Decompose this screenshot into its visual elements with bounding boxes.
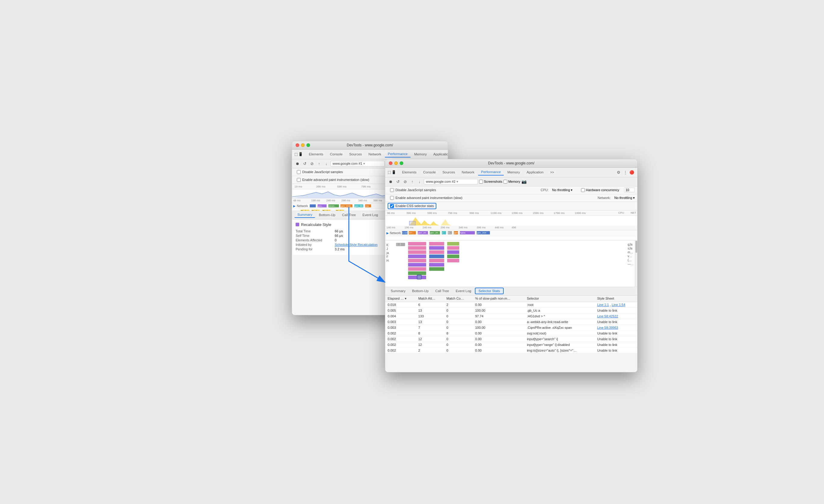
gear-icon-2[interactable]: ⚙ [616, 169, 622, 175]
tab-application-2[interactable]: Application [524, 169, 546, 175]
tab-selectorstats[interactable]: Selector Stats [475, 288, 504, 294]
table-row[interactable]: 0.003 13 0 0.00 a:-webkit-any-link:read-… [385, 319, 637, 325]
maximize-button-2[interactable] [400, 161, 403, 165]
hw-check-2[interactable]: Hardware concurrency [581, 188, 619, 192]
tab-sources-2[interactable]: Sources [439, 169, 458, 175]
tab-elements-2[interactable]: Elements [399, 169, 419, 175]
td-sheet-6: Unable to link [595, 330, 637, 336]
scroll-thumb[interactable] [635, 241, 637, 253]
th-match-att[interactable]: Match Att… [416, 295, 444, 302]
tab-summary-1[interactable]: Summary [294, 212, 315, 218]
td-matchatt-3: 133 [416, 313, 444, 319]
tab-calltree-1[interactable]: Call Tree [339, 212, 359, 218]
clear-btn-2[interactable]: ⊘ [402, 178, 408, 184]
timeline-2[interactable]: 96 ms 396 ms 596 ms 796 ms 996 ms 1196 m… [385, 210, 637, 240]
tab-summary-2[interactable]: Summary [388, 288, 408, 294]
svg-rect-16 [429, 255, 444, 258]
tab-console-1[interactable]: Console [327, 151, 345, 157]
maximize-button-1[interactable] [306, 143, 310, 147]
hw-checkbox-2[interactable] [581, 188, 585, 192]
sheet-link-1a[interactable]: Line 1:1 [597, 303, 609, 306]
more-icon-2[interactable]: ⋮ [622, 169, 628, 175]
url-bar-2[interactable]: www.google.com #2 ▾ [424, 179, 478, 184]
tab-eventlog-2[interactable]: Event Log [452, 288, 474, 294]
sheet-link-1b[interactable]: Line 1:54 [612, 303, 625, 306]
device-icon-2[interactable]: 📱 [392, 170, 396, 174]
initiated-link[interactable]: Schedule Style Recalculation [335, 243, 378, 246]
table-row[interactable]: 0.003 7 0 100.00 .CqmPRe:active .oXqZxc … [385, 325, 637, 330]
tab-calltree-2[interactable]: Call Tree [432, 288, 452, 294]
download-btn-2[interactable]: ↓ [416, 178, 422, 184]
device-icon[interactable]: 📱 [298, 152, 303, 156]
upload-btn-1[interactable]: ↑ [316, 160, 322, 166]
th-elapsed[interactable]: Elapsed … ▾ [385, 295, 416, 302]
record-btn-1[interactable]: ⏺ [294, 160, 300, 166]
tab-performance-1[interactable]: Performance [385, 151, 411, 157]
tab-network-2[interactable]: Network [458, 169, 477, 175]
inspect-icon-2[interactable]: ⬚ [388, 170, 391, 174]
tab-eventlog-1[interactable]: Event Log [359, 212, 381, 218]
tab-memory-1[interactable]: Memory [411, 151, 430, 157]
minimize-button-2[interactable] [394, 161, 398, 165]
cpu-chart-svg-2 [385, 216, 620, 225]
tab-bottomup-2[interactable]: Bottom-Up [409, 288, 431, 294]
table-row[interactable]: 0.018 6 2 0.00 :root Line 1:1 , Line 1:5… [385, 302, 637, 307]
minimize-button-1[interactable] [301, 143, 305, 147]
arrow-right-icon: ▶ [293, 204, 296, 208]
table-row[interactable]: 0.002 2 0 0.00 img:is([sizes="auto" i], … [385, 348, 637, 353]
tab-network-1[interactable]: Network [366, 151, 384, 157]
memory-check-2[interactable]: Memory [503, 180, 520, 183]
table-container[interactable]: Elapsed … ▾ Match Att… Match Co… % of sl… [385, 295, 637, 353]
table-row[interactable]: 0.002 8 8 0.00 svg:not(:root) Unable to … [385, 330, 637, 336]
inspect-icon[interactable]: ⬚ [294, 152, 298, 156]
reload-btn-2[interactable]: ↺ [395, 178, 401, 184]
close-button-1[interactable] [296, 143, 299, 147]
tab-memory-2[interactable]: Memory [504, 169, 523, 175]
url-bar-1[interactable]: www.google.com #1 ▾ [330, 161, 385, 166]
disable-js-checkbox-2[interactable] [390, 188, 394, 192]
th-match-co[interactable]: Match Co… [444, 295, 473, 302]
enable-css-checkbox[interactable] [390, 204, 394, 208]
tab-sources-1[interactable]: Sources [346, 151, 365, 157]
tab-elements-1[interactable]: Elements [306, 151, 326, 157]
record-btn-2[interactable]: ⏺ [388, 178, 394, 184]
cpu-dropdown-icon-2[interactable]: ▾ [571, 188, 573, 192]
scrollbar-v[interactable] [635, 240, 637, 287]
disable-js-check-2[interactable]: Disable JavaScript samples [388, 187, 438, 193]
enable-css-highlight[interactable]: Enable CSS selector stats [388, 203, 436, 209]
clear-btn-1[interactable]: ⊘ [309, 160, 315, 166]
sheet-link-5[interactable]: Line 58:39963 [597, 326, 618, 330]
tab-console-2[interactable]: Console [420, 169, 439, 175]
hw-value-input[interactable] [624, 187, 635, 193]
memory-checkbox-2[interactable] [503, 180, 507, 183]
tab-application-1[interactable]: Application [430, 151, 448, 157]
th-pct[interactable]: % of slow-path non-m… [473, 295, 524, 302]
close-button-2[interactable] [389, 161, 393, 165]
disable-js-checkbox-1[interactable] [297, 170, 301, 174]
download-btn-1[interactable]: ↓ [323, 160, 329, 166]
screenshots-check-2[interactable]: Screenshots [479, 180, 502, 183]
th-selector[interactable]: Selector [524, 295, 595, 302]
enable-paint-check-2[interactable]: Enable advanced paint instrumentation (s… [388, 195, 465, 201]
th-stylesheet[interactable]: Style Sheet [595, 295, 637, 302]
upload-btn-2[interactable]: ↑ [409, 178, 415, 184]
sheet-link-3[interactable]: Line 58:42522 [597, 314, 618, 318]
table-row[interactable]: 0.004 133 0 97.74 .HG1dvd > * Line 58:42… [385, 313, 637, 319]
enable-paint-check-1[interactable]: Enable advanced paint instrumentation (s… [294, 177, 372, 183]
tab-bottomup-1[interactable]: Bottom-Up [316, 212, 338, 218]
enable-paint-checkbox-1[interactable] [297, 178, 301, 182]
net-dropdown-icon-2[interactable]: ▾ [633, 196, 635, 200]
disable-js-check-1[interactable]: Disable JavaScript samples [294, 169, 345, 175]
table-row[interactable]: 0.002 12 0 0.00 input[type="search" i] U… [385, 336, 637, 342]
flame-chart-2[interactable]: K J ja F H (...) gJa sJa m… v… [385, 240, 635, 287]
error-icon-2[interactable]: 🔴 [629, 169, 635, 175]
table-row[interactable]: 0.005 13 0 100.00 .gb_Uc a Unable to lin… [385, 307, 637, 313]
table-row[interactable]: 0.002 12 0 0.00 input[type="range" i]:di… [385, 342, 637, 348]
tab-more-2[interactable]: >> [547, 169, 557, 175]
reload-btn-1[interactable]: ↺ [302, 160, 308, 166]
screenshots-checkbox-2[interactable] [479, 180, 483, 183]
camera-icon-2[interactable]: 📷 [521, 179, 527, 184]
devtools-window-2: DevTools - www.google.com/ ⬚ 📱 Elements … [385, 159, 637, 372]
enable-paint-checkbox-2[interactable] [390, 196, 394, 200]
tab-performance-2[interactable]: Performance [478, 169, 504, 175]
